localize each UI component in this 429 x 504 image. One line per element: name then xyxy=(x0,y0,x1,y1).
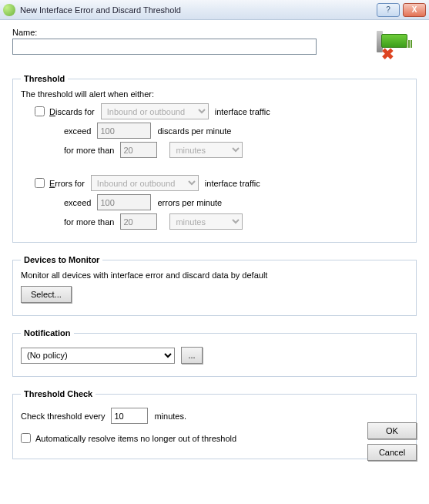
errors-direction-select[interactable]: Inbound or outbound xyxy=(91,175,199,191)
errors-for-input[interactable] xyxy=(120,213,157,230)
auto-resolve-label: Automatically resolve items no longer ou… xyxy=(35,434,236,443)
errors-label: Errors for xyxy=(49,179,85,188)
discards-for-unit-select[interactable]: minutes xyxy=(169,142,243,158)
app-icon xyxy=(3,4,15,16)
auto-resolve-checkbox[interactable] xyxy=(21,433,31,443)
threshold-legend: Threshold xyxy=(21,74,68,83)
discards-checkbox[interactable] xyxy=(35,106,45,116)
interface-discard-icon: ✖ xyxy=(377,31,411,62)
check-interval-input[interactable] xyxy=(111,408,148,424)
dialog-content: Name: ✖ Threshold The threshold will ale… xyxy=(0,20,429,467)
errors-traffic-text: interface traffic xyxy=(205,179,260,188)
discards-for-label: for more than xyxy=(64,146,114,155)
errors-exceed-unit: errors per minute xyxy=(157,198,222,207)
threshold-check-group: Threshold Check Check threshold every mi… xyxy=(12,389,417,459)
discards-for-input[interactable] xyxy=(120,142,157,158)
window-title: New Interface Error and Discard Threshol… xyxy=(20,5,374,15)
discards-label: Discards for xyxy=(49,107,95,116)
select-devices-button[interactable]: Select... xyxy=(21,286,72,303)
notification-group: Notification (No policy) ... xyxy=(12,328,417,377)
devices-group: Devices to Monitor Monitor all devices w… xyxy=(12,255,417,316)
errors-for-unit-select[interactable]: minutes xyxy=(169,213,243,230)
cancel-button[interactable]: Cancel xyxy=(367,444,417,461)
check-prefix: Check threshold every xyxy=(21,412,105,421)
threshold-group: Threshold The threshold will alert when … xyxy=(12,74,417,243)
discards-traffic-text: interface traffic xyxy=(215,107,270,116)
errors-for-label: for more than xyxy=(64,217,114,227)
name-label: Name: xyxy=(12,28,370,37)
threshold-intro: The threshold will alert when either: xyxy=(21,89,408,99)
titlebar: New Interface Error and Discard Threshol… xyxy=(0,0,429,20)
threshold-check-legend: Threshold Check xyxy=(21,389,96,398)
discards-exceed-label: exceed xyxy=(64,126,91,136)
close-button[interactable]: X xyxy=(403,3,426,17)
discards-exceed-input[interactable] xyxy=(97,123,151,139)
notification-policy-select[interactable]: (No policy) xyxy=(21,348,175,364)
discards-direction-select[interactable]: Inbound or outbound xyxy=(101,103,209,119)
help-button[interactable]: ? xyxy=(377,3,400,17)
check-suffix: minutes. xyxy=(154,412,186,421)
notification-edit-button[interactable]: ... xyxy=(181,347,203,364)
discards-exceed-unit: discards per minute xyxy=(157,126,231,136)
notification-legend: Notification xyxy=(21,328,74,338)
errors-exceed-input[interactable] xyxy=(97,194,151,210)
errors-exceed-label: exceed xyxy=(64,198,91,207)
name-input[interactable] xyxy=(12,39,317,55)
devices-legend: Devices to Monitor xyxy=(21,255,102,264)
ok-button[interactable]: OK xyxy=(367,422,417,439)
errors-checkbox[interactable] xyxy=(35,178,45,188)
devices-desc: Monitor all devices with interface error… xyxy=(21,270,408,280)
